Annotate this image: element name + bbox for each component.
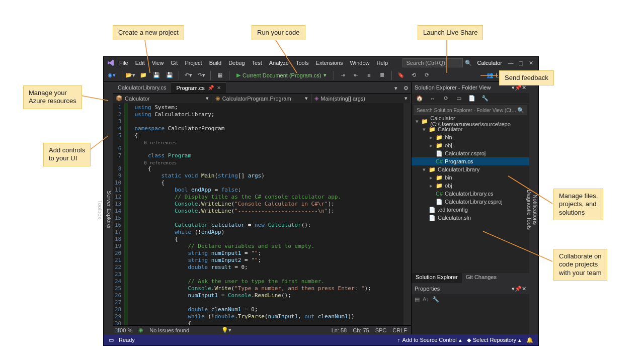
panel-pin-icon[interactable]: 📌 [515,286,522,292]
ok-icon: ◉ [138,327,143,333]
tab-calculatorlibrary[interactable]: CalculatorLibrary.cs [113,82,171,93]
tree-node[interactable]: ▾📁CalculatorLibrary [412,165,529,173]
tree-node[interactable]: ▾📁Calculator (C:\Users\azureuser\source\… [412,117,529,125]
minimize-button[interactable]: ― [506,59,515,67]
menu-project[interactable]: Project [181,58,205,67]
toolbar-icon-1[interactable]: ⇥ [338,70,348,80]
toolbar-icon-2[interactable]: ⇤ [351,70,361,80]
tree-node[interactable]: ▸📁bin [412,133,529,141]
bell-icon[interactable]: 🔔 [526,337,533,343]
menu-build[interactable]: Build [206,58,225,67]
tab-overflow-icon[interactable]: ▾ [391,83,401,93]
menu-analyze[interactable]: Analyze [266,58,292,67]
tab-label: CalculatorLibrary.cs [118,84,166,90]
collapse-icon[interactable]: ▭ [454,94,464,104]
undo-icon[interactable]: ↶▾ [183,70,193,80]
diagnostic-tools-tab[interactable]: Diagnostic Tools [526,190,532,230]
save-icon[interactable]: 💾 [151,70,162,80]
menu-help[interactable]: Help [373,58,392,67]
solution-tree[interactable]: ▾📁Calculator (C:\Users\azureuser\source\… [412,116,529,273]
config-icon[interactable]: ▦ [215,70,225,80]
tree-node[interactable]: 📄Calculator.sln [412,214,529,222]
chevron-down-icon: ▾ [324,72,327,78]
source-control-button[interactable]: ↑ Add to Source Control ▴ [397,337,462,343]
nav-project[interactable]: 📦Calculator▾ [113,94,212,103]
redo-icon[interactable]: ↷▾ [196,70,206,80]
bookmark-icon[interactable]: 🔖 [396,70,406,80]
callout-send-feedback: Send feedback [499,70,554,85]
notifications-tab[interactable]: Notifications [532,195,538,225]
toolbar-icon-3[interactable]: ≡ [364,70,374,80]
live-share-icon: 👥 [487,72,494,78]
tree-node[interactable]: C#Program.cs [412,157,529,165]
menu-debug[interactable]: Debug [225,58,248,67]
nav-member[interactable]: ◈Main(string[] args)▾ [311,94,411,103]
tree-node[interactable]: 📄Calculator.csproj [412,149,529,157]
refresh-icon[interactable]: ⟳ [441,94,451,104]
left-tool-rail: Server Explorer Toolbox [104,82,113,334]
menu-tools[interactable]: Tools [292,58,312,67]
code-surface[interactable]: using System; using CalculatorLibrary; n… [128,103,404,325]
menu-window[interactable]: Window [346,58,373,67]
tree-node[interactable]: 📄CalculatorLibrary.csproj [412,198,529,206]
main-toolbar: ◉▾ 📂▾ 📁 💾 💾 ↶▾ ↷▾ ▦ ▶ Current Document (… [104,69,538,82]
wrench-icon[interactable]: 🔧 [432,296,439,332]
line-gutter: 1234567891011121314151617181920212223242… [113,103,125,325]
panel-close-icon[interactable]: ✕ [522,286,526,292]
vertical-scrollbar[interactable] [404,103,411,325]
categorize-icon[interactable]: ▤ [415,296,420,332]
lightbulb-icon[interactable]: 💡▾ [221,327,231,333]
home-icon[interactable]: 🏠 [415,94,425,104]
select-repo-button[interactable]: ◆ Select Repository ▴ [467,337,521,343]
show-all-icon[interactable]: 📄 [467,94,477,104]
code-editor[interactable]: 1234567891011121314151617181920212223242… [113,103,411,325]
tree-node[interactable]: ▸📁obj [412,141,529,149]
status-bar: ▭ Ready ↑ Add to Source Control ▴ ◆ Sele… [104,334,538,345]
tab-git-changes[interactable]: Git Changes [462,273,501,283]
search-icon[interactable]: 🔍 [464,59,473,67]
titlebar: FileEditViewGitProjectBuildDebugTestAnal… [104,57,538,69]
tab-label: Program.cs [176,85,204,91]
tree-node[interactable]: ▸📁obj [412,182,529,190]
tab-program[interactable]: Program.cs 📌 ✕ [171,82,225,93]
close-icon[interactable]: ✕ [217,85,221,90]
toolbar-icon-4[interactable]: ≣ [377,70,387,80]
solution-search-input[interactable]: Search Solution Explorer - Folder View (… [414,105,527,115]
tab-gear-icon[interactable]: ⚙ [401,83,411,93]
save-all-icon[interactable]: 💾 [165,70,175,80]
menu-edit[interactable]: Edit [132,58,148,67]
menu-git[interactable]: Git [167,58,181,67]
quick-search-input[interactable]: Search (Ctrl+Q) [403,58,463,67]
tab-solution-explorer[interactable]: Solution Explorer [412,273,462,283]
close-button[interactable]: ✕ [526,59,535,67]
solution-nav-icon[interactable]: ↔ [428,94,438,104]
menu-test[interactable]: Test [249,58,266,67]
visual-studio-window: FileEditViewGitProjectBuildDebugTestAnal… [103,56,539,346]
toolbar-icon-6[interactable]: ⟳ [422,70,432,80]
toolbox-tab[interactable]: Toolbox [97,198,104,221]
pin-icon[interactable]: 📌 [208,85,214,90]
properties-icon[interactable]: 🔧 [480,94,490,104]
tree-node[interactable]: ▸📁bin [412,173,529,182]
new-project-button[interactable]: 📂▾ [125,70,135,80]
eol-mode[interactable]: CRLF [392,327,407,333]
alphabetical-icon[interactable]: A↓ [423,296,429,332]
nav-class[interactable]: ◉CalculatorProgram.Program▾ [212,94,312,103]
open-folder-icon[interactable]: 📁 [138,70,148,80]
toolbar-icon-5[interactable]: ⟲ [409,70,419,80]
editor-area: CalculatorLibrary.cs Program.cs 📌 ✕ ▾ ⚙ … [113,82,411,334]
caret-col: Ch: 75 [353,327,369,333]
class-icon: ◉ [215,95,220,102]
nav-back-icon[interactable]: ◉▾ [107,70,117,80]
run-button[interactable]: ▶ Current Document (Program.cs) ▾ [233,72,330,78]
menu-view[interactable]: View [148,58,168,67]
tree-node[interactable]: 📄.editorconfig [412,206,529,214]
indent-mode[interactable]: SPC [375,327,387,333]
server-explorer-tab[interactable]: Server Explorer [106,189,113,231]
run-target-label: Current Document (Program.cs) [243,72,321,78]
output-icon[interactable]: ▭ [109,337,114,343]
tree-node[interactable]: C#CalculatorLibrary.cs [412,190,529,198]
menu-extensions[interactable]: Extensions [312,58,347,67]
menu-file[interactable]: File [116,58,132,67]
maximize-button[interactable]: ▢ [516,59,525,67]
